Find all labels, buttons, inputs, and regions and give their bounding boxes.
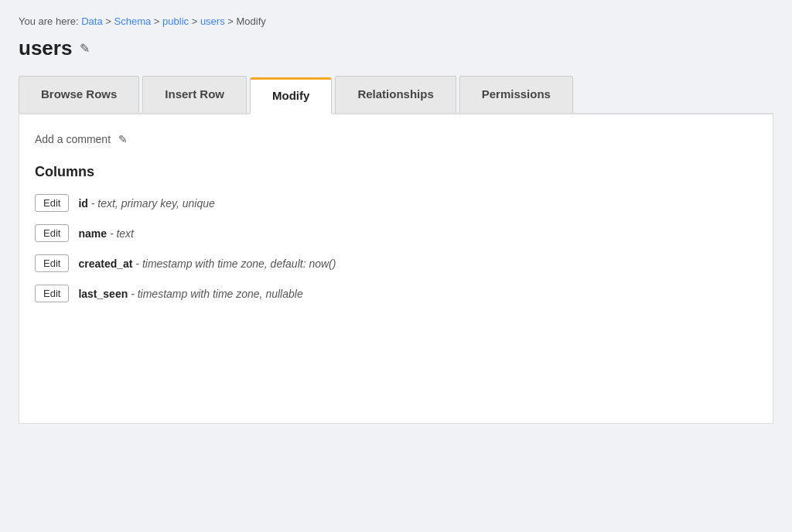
column-desc-id: - text, primary key, unique — [91, 197, 215, 210]
column-desc-last-seen: - timestamp with time zone, nullable — [131, 288, 303, 300]
column-row-last-seen: Edit last_seen - timestamp with time zon… — [35, 285, 757, 302]
edit-button-name[interactable]: Edit — [35, 224, 69, 242]
tabs-container: Browse Rows Insert Row Modify Relationsh… — [19, 76, 773, 114]
comment-label: Add a comment — [35, 133, 111, 145]
comment-edit-icon[interactable]: ✎ — [118, 133, 128, 145]
tab-permissions[interactable]: Permissions — [459, 76, 573, 113]
breadcrumb-data[interactable]: Data — [81, 15, 102, 27]
breadcrumb-prefix: You are here: — [19, 15, 81, 27]
tab-browse-rows[interactable]: Browse Rows — [19, 76, 139, 113]
columns-heading: Columns — [35, 164, 757, 180]
tab-relationships[interactable]: Relationships — [335, 76, 456, 113]
column-row-name: Edit name - text — [35, 224, 757, 242]
breadcrumb-schema[interactable]: Schema — [114, 15, 152, 27]
breadcrumb: You are here: Data > Schema > public > u… — [19, 15, 773, 27]
column-desc-name: - text — [110, 227, 134, 240]
column-name-name: name — [78, 227, 107, 240]
main-content: Add a comment ✎ Columns Edit id - text, … — [19, 114, 773, 424]
tab-insert-row[interactable]: Insert Row — [142, 76, 247, 113]
column-name-id: id — [78, 197, 87, 210]
breadcrumb-users[interactable]: users — [200, 15, 225, 27]
edit-button-created-at[interactable]: Edit — [35, 254, 69, 272]
comment-row: Add a comment ✎ — [35, 133, 757, 145]
breadcrumb-public[interactable]: public — [162, 15, 189, 27]
page-title: users — [19, 36, 72, 60]
breadcrumb-current: Modify — [237, 15, 266, 27]
column-name-last-seen: last_seen — [78, 288, 128, 300]
title-edit-icon[interactable]: ✎ — [80, 41, 90, 56]
edit-button-last-seen[interactable]: Edit — [35, 285, 69, 302]
column-row-created-at: Edit created_at - timestamp with time zo… — [35, 254, 757, 272]
tab-modify[interactable]: Modify — [250, 77, 332, 114]
column-row-id: Edit id - text, primary key, unique — [35, 194, 757, 212]
column-name-created-at: created_at — [78, 257, 132, 270]
column-desc-created-at: - timestamp with time zone, default: now… — [135, 257, 336, 270]
edit-button-id[interactable]: Edit — [35, 194, 69, 212]
